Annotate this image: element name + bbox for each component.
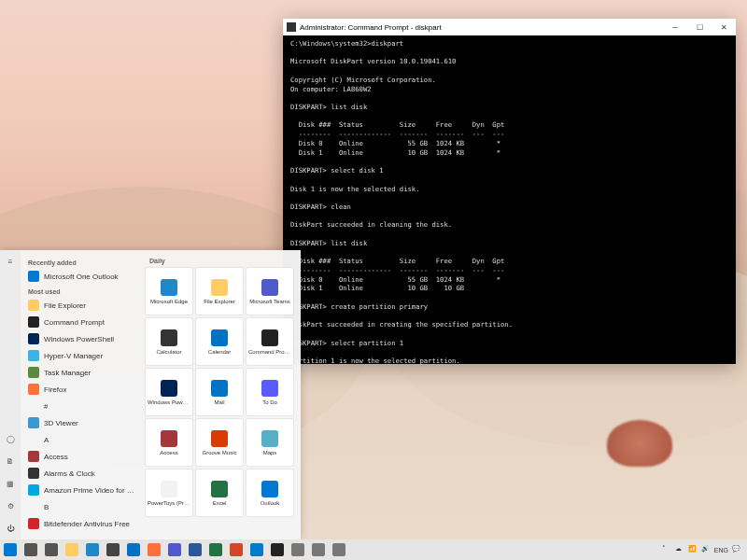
cmd-title-text: Administrator: Command Prompt - diskpart — [300, 23, 663, 32]
app-list-item[interactable]: 3D Viewer — [24, 414, 138, 431]
taskbar-item-mail[interactable] — [123, 539, 144, 560]
start-icon — [4, 543, 17, 556]
maximize-button[interactable]: ☐ — [687, 19, 712, 35]
user-icon[interactable]: ◯ — [5, 433, 16, 444]
app-list-item[interactable]: A — [24, 431, 138, 448]
power-icon[interactable]: ⏻ — [5, 523, 16, 534]
taskbar-item-word[interactable] — [185, 539, 205, 560]
taskbar[interactable]: ˄ ☁ 📶 🔊 ENG 💬 — [0, 539, 747, 560]
taskbar-item-edge[interactable] — [82, 539, 103, 560]
start-tile[interactable]: Outlook — [247, 469, 293, 516]
tile-label: Outlook — [248, 500, 291, 506]
start-tile[interactable]: Mail — [196, 369, 243, 415]
tile-icon — [211, 329, 228, 346]
start-tile[interactable]: Excel — [196, 469, 243, 516]
tile-icon — [261, 279, 278, 296]
app-list-item[interactable]: Microsoft One Outlook — [24, 268, 138, 285]
app1-icon — [291, 543, 304, 556]
start-tile[interactable]: Windows PowerShell (Preview) — [146, 369, 192, 415]
app-list-item[interactable]: Hyper-V Manager — [24, 347, 138, 364]
documents-icon[interactable]: 🗎 — [5, 455, 16, 467]
minimize-button[interactable]: ─ — [663, 19, 687, 35]
start-tile[interactable]: Calculator — [146, 318, 192, 365]
tray-chevron-icon[interactable]: ˄ — [662, 545, 671, 554]
desktop: Administrator: Command Prompt - diskpart… — [0, 0, 747, 560]
pictures-icon[interactable]: ▦ — [5, 478, 16, 489]
taskbar-item-terminal[interactable] — [267, 539, 288, 560]
app-icon — [28, 451, 39, 462]
start-tile[interactable]: Access — [146, 419, 192, 466]
cmd-output[interactable]: C:\Windows\system32>diskpart Microsoft D… — [283, 35, 736, 364]
start-tile[interactable]: File Explorer — [196, 268, 243, 315]
app-label: Alarms & Clock — [44, 469, 95, 478]
app-icon — [28, 518, 39, 529]
close-button[interactable]: ✕ — [712, 19, 736, 35]
menu-icon[interactable]: ≡ — [5, 256, 16, 267]
tile-label: Excel — [198, 500, 241, 506]
start-tile[interactable]: Calendar — [196, 318, 243, 365]
taskbar-item-explorer[interactable] — [62, 539, 82, 560]
terminal-icon — [271, 543, 284, 556]
settings-icon[interactable]: ⚙ — [5, 500, 16, 511]
taskbar-item-taskview[interactable] — [41, 539, 62, 560]
recently-added-header: Recently added — [28, 259, 138, 266]
taskbar-item-store[interactable] — [103, 539, 123, 560]
app-list-item[interactable]: Task Manager — [24, 364, 138, 381]
tile-icon — [211, 430, 228, 447]
app-list-item[interactable]: Access — [24, 448, 138, 465]
start-tile[interactable]: To Do — [247, 369, 293, 415]
tile-label: PowerToys (Preview) — [148, 500, 190, 506]
start-tile[interactable]: Microsoft Edge — [146, 268, 192, 315]
cmd-window[interactable]: Administrator: Command Prompt - diskpart… — [283, 19, 736, 364]
taskbar-item-excel[interactable] — [205, 539, 226, 560]
app-label: Windows PowerShell — [44, 335, 114, 343]
app-list-item[interactable]: File Explorer — [24, 297, 138, 314]
tray-cloud-icon[interactable]: ☁ — [675, 545, 684, 554]
app-icon — [28, 501, 39, 512]
app-icon — [28, 417, 39, 428]
app-list-item[interactable]: Windows PowerShell — [24, 330, 138, 347]
app-list-item[interactable]: Alarms & Clock — [24, 465, 138, 482]
tray-notifications-icon[interactable]: 💬 — [732, 545, 741, 554]
taskbar-item-start[interactable] — [0, 539, 21, 560]
tile-icon — [261, 430, 278, 447]
system-tray[interactable]: ˄ ☁ 📶 🔊 ENG 💬 — [662, 545, 747, 554]
app-list-item[interactable]: # — [24, 398, 138, 414]
app-list-item[interactable]: B — [24, 498, 138, 515]
app-icon — [28, 434, 39, 445]
app-label: A — [44, 436, 49, 444]
taskbar-item-app2[interactable] — [308, 539, 329, 560]
mail-icon — [127, 543, 140, 556]
start-tile[interactable]: Groove Music — [196, 419, 243, 466]
app-list-item[interactable]: Bitdefender Antivirus Free — [24, 515, 138, 532]
tray-network-icon[interactable]: 📶 — [688, 545, 698, 554]
start-tile[interactable]: Maps — [247, 419, 293, 466]
tile-icon — [211, 279, 228, 296]
app-label: Bitdefender Antivirus Free — [44, 520, 130, 528]
teams-icon — [168, 543, 181, 556]
tray-lang[interactable]: ENG — [714, 547, 728, 553]
taskbar-item-powerpoint[interactable] — [226, 539, 247, 560]
word-icon — [189, 543, 202, 556]
taskbar-item-firefox[interactable] — [144, 539, 164, 560]
start-menu[interactable]: ≡ ◯ 🗎 ▦ ⚙ ⏻ Recently added Microsoft One… — [0, 250, 301, 539]
firefox-icon — [148, 543, 161, 556]
tile-icon — [161, 380, 177, 397]
tray-volume-icon[interactable]: 🔊 — [701, 545, 711, 554]
app-icon — [28, 484, 39, 496]
taskbar-item-teams[interactable] — [164, 539, 185, 560]
taskbar-item-app3[interactable] — [329, 539, 349, 560]
start-app-list[interactable]: Recently added Microsoft One Outlook Mos… — [21, 250, 142, 539]
start-tile[interactable]: Microsoft Teams — [247, 268, 293, 315]
app-list-item[interactable]: Firefox — [24, 381, 138, 398]
taskbar-item-app1[interactable] — [288, 539, 308, 560]
cmd-titlebar[interactable]: Administrator: Command Prompt - diskpart… — [283, 19, 736, 35]
tile-label: Calculator — [148, 349, 190, 355]
taskbar-item-code[interactable] — [247, 539, 267, 560]
app-list-item[interactable]: Amazon Prime Video for Windows — [24, 482, 138, 498]
app-list-item[interactable]: Command Prompt — [24, 314, 138, 330]
start-tile[interactable]: PowerToys (Preview) — [146, 469, 192, 516]
app-label: Access — [44, 453, 68, 461]
taskbar-item-search[interactable] — [21, 539, 41, 560]
start-tile[interactable]: Command Prompt — [247, 318, 293, 365]
